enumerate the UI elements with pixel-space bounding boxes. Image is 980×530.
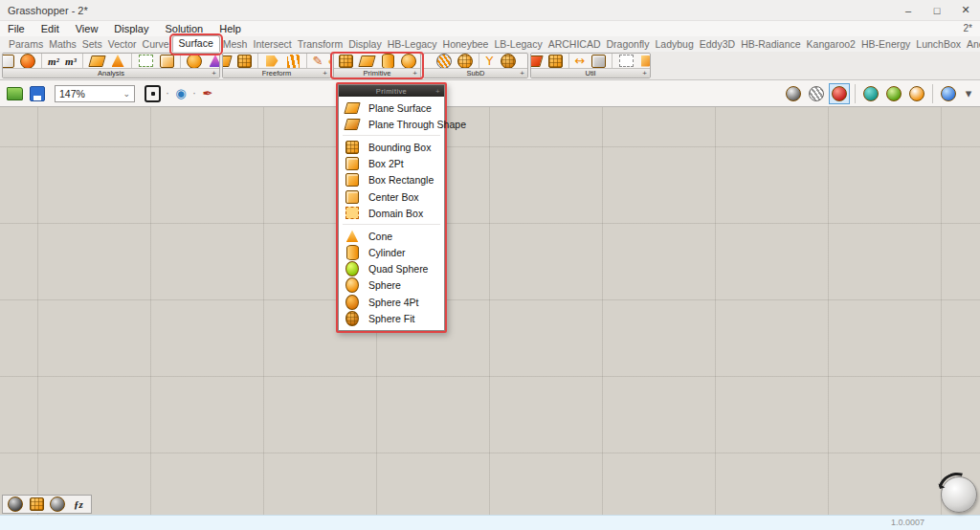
category-tab[interactable]: LunchBox [913,37,964,52]
navigation-compass-icon[interactable] [941,476,977,513]
menu-item[interactable]: Display [114,23,148,34]
menu-item[interactable]: Solution [165,23,203,34]
close-button[interactable]: ✕ [951,0,980,20]
menu-item-sphere-4pt[interactable]: Sphere 4Pt [339,294,444,310]
plane-surface-icon[interactable] [357,54,376,68]
canvas[interactable]: ƒz [0,107,980,515]
category-tab[interactable]: Surface [172,35,220,52]
canvas-zoom-select[interactable]: 147% ⌄ [55,85,135,102]
group-label-freeform[interactable]: Freeform + [223,68,330,77]
canvas-display-icon[interactable] [939,84,958,103]
menu-item-cone[interactable]: Cone [339,228,444,244]
hidden-preview-icon[interactable] [7,497,24,512]
menu-item[interactable]: File [8,23,25,34]
menu-item[interactable]: View [76,23,99,34]
category-tab[interactable]: Mesh [220,37,251,52]
point-in-brep-icon[interactable] [136,54,155,68]
expand-icon[interactable]: + [642,69,647,77]
quad-ball-icon[interactable] [456,54,475,68]
evaluate-surface-icon[interactable] [87,54,106,68]
draw-icons-icon[interactable] [884,84,903,103]
zoom-extents-icon[interactable] [145,84,161,103]
category-tab[interactable]: Vector [105,37,140,52]
area-icon[interactable]: m² [46,54,61,68]
volume-icon[interactable]: m³ [63,54,78,68]
surface-closest-points-icon[interactable]: ↔ [573,54,587,68]
dropdown-header[interactable]: Primitive + [339,85,444,97]
category-tab[interactable]: Ladybug [652,37,696,52]
sweep1-icon[interactable] [223,54,233,68]
menu-item-center-box[interactable]: Center Box [339,188,444,205]
loft-icon[interactable] [262,54,281,68]
category-tab[interactable]: HB-Energy [858,37,913,52]
category-tab[interactable]: Anemone [964,37,980,52]
expand-icon[interactable]: + [323,69,327,77]
divide-surface-icon[interactable] [546,54,565,68]
category-tab[interactable]: Curve [140,37,172,52]
brep-edges-icon[interactable] [157,54,176,68]
network-surface-icon[interactable] [234,54,254,68]
surface-inflate-icon[interactable] [637,54,650,68]
ruled-surface-icon[interactable] [283,54,302,68]
isotrim-icon[interactable] [531,54,544,68]
category-tab[interactable]: Dragonfly [604,37,653,52]
extrude-icon[interactable]: ✎ [311,54,324,68]
shaded-preview-icon[interactable] [49,497,66,512]
minimize-button[interactable]: – [894,0,923,20]
menu-item-sphere[interactable]: Sphere [339,277,444,294]
expand-icon[interactable]: + [520,69,524,77]
menu-item-box-rectangle[interactable]: Box Rectangle [339,172,444,188]
expand-icon[interactable]: + [212,69,216,77]
menu-item[interactable]: Edit [41,23,59,34]
category-tab[interactable]: Maths [46,37,79,52]
category-tab[interactable]: Honeybee [440,37,492,52]
open-file-icon[interactable] [5,84,24,103]
preview-off-icon[interactable] [784,84,803,103]
sketch-tool-icon[interactable]: ✒ [201,84,214,103]
category-tab[interactable]: Eddy3D [697,37,738,52]
category-tab[interactable]: Display [345,37,384,52]
preview-shaded-icon[interactable] [830,84,849,103]
subd-from-mesh-icon[interactable] [434,54,454,68]
surface-closest-point-icon[interactable] [108,54,127,68]
preview-wireframe-icon[interactable] [807,84,826,103]
bounding-box-icon[interactable] [336,54,355,68]
maximize-button[interactable]: □ [923,0,951,20]
group-label-util[interactable]: Util + [531,68,650,77]
subd-mesh-icon[interactable] [499,54,518,68]
menu-item-cylinder[interactable]: Cylinder [339,245,444,261]
principal-curvature-icon[interactable] [206,54,219,68]
category-tab[interactable]: Params [6,37,46,52]
menu-item-sphere-fit[interactable]: Sphere Fit [339,310,444,326]
menu-item-quad-sphere[interactable]: Quad Sphere [339,261,444,277]
only-draw-selected-icon[interactable] [861,84,880,103]
deconstruct-brep-icon[interactable] [3,54,16,68]
category-tab[interactable]: HB-Legacy [385,37,440,52]
category-tab[interactable]: LB-Legacy [491,37,545,52]
category-tab[interactable]: Kangaroo2 [804,37,858,52]
cylinder-icon[interactable] [378,54,397,68]
menu-item-bounding-box[interactable]: Bounding Box [339,139,444,155]
category-tab[interactable]: Sets [79,37,105,52]
save-file-icon[interactable] [28,84,47,103]
menu-item-plane-surface[interactable]: Plane Surface [339,99,444,116]
fz-expression-icon[interactable]: ƒz [70,497,87,512]
category-tab[interactable]: HB-Radiance [738,37,803,52]
expand-icon[interactable]: + [412,69,417,77]
draw-full-names-icon[interactable] [907,84,926,103]
cap-holes-icon[interactable] [589,54,608,68]
multipipe-icon[interactable]: Y [483,54,497,68]
group-label-analysis[interactable]: Analysis + [3,68,219,77]
category-tab[interactable]: Transform [295,37,345,52]
category-tab[interactable]: ARCHICAD [546,37,604,52]
untrim-icon[interactable] [616,54,635,68]
osculating-circles-icon[interactable] [185,54,204,68]
mesh-preview-icon[interactable] [28,497,45,512]
menu-item[interactable]: Help [219,23,241,34]
canvas-display-caret[interactable]: ▾ [962,84,975,103]
deconstruct-box-icon[interactable] [18,54,37,68]
menu-item-box-2pt[interactable]: Box 2Pt [339,156,444,172]
group-label-subd[interactable]: SubD + [424,68,527,77]
menu-item-plane-through-shape[interactable]: Plane Through Shape [339,116,444,132]
group-label-primitive[interactable]: Primitive + [334,68,420,77]
